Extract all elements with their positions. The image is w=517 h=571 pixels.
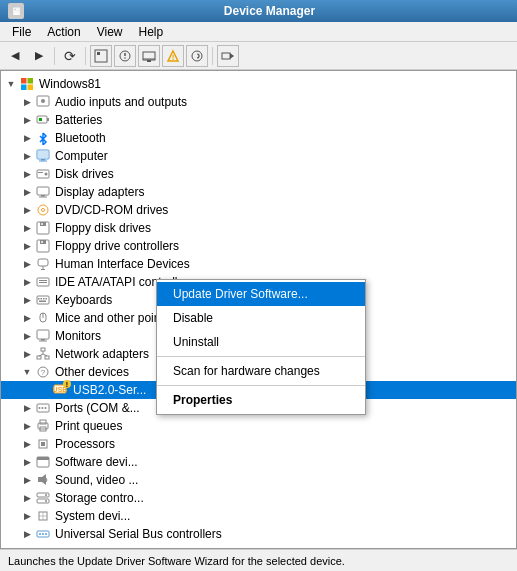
- label-storage: Storage contro...: [55, 491, 512, 505]
- svg-rect-39: [41, 241, 43, 243]
- expand-other[interactable]: [19, 364, 35, 380]
- icon-print: [35, 418, 51, 434]
- label-dvd: DVD/CD-ROM drives: [55, 203, 512, 217]
- expand-ports[interactable]: [19, 400, 35, 416]
- tb-refresh[interactable]: ⟳: [59, 45, 81, 67]
- svg-rect-56: [39, 341, 47, 342]
- label-audio: Audio inputs and outputs: [55, 95, 512, 109]
- icon-network: [35, 346, 51, 362]
- svg-rect-24: [41, 159, 45, 161]
- tb-btn4[interactable]: !: [162, 45, 184, 67]
- expand-batteries[interactable]: [19, 112, 35, 128]
- icon-batteries: [35, 112, 51, 128]
- icon-hid: [35, 256, 51, 272]
- tb-btn1[interactable]: [90, 45, 112, 67]
- tree-item-floppy[interactable]: Floppy disk drives: [1, 219, 516, 237]
- tb-btn6[interactable]: [217, 45, 239, 67]
- svg-rect-1: [97, 52, 100, 55]
- expand-diskdrives[interactable]: [19, 166, 35, 182]
- svg-rect-49: [43, 298, 45, 300]
- svg-rect-75: [41, 442, 45, 446]
- expand-dvd[interactable]: [19, 202, 35, 218]
- expand-storage[interactable]: [19, 490, 35, 506]
- tree-item-floppyctrl[interactable]: Floppy drive controllers: [1, 237, 516, 255]
- tree-item-diskdrives[interactable]: Disk drives: [1, 165, 516, 183]
- expand-floppyctrl[interactable]: [19, 238, 35, 254]
- tree-item-print[interactable]: Print queues: [1, 417, 516, 435]
- svg-rect-48: [41, 298, 43, 300]
- tree-item-windows81[interactable]: Windows81: [1, 75, 516, 93]
- expand-ide[interactable]: [19, 274, 35, 290]
- icon-processors: [35, 436, 51, 452]
- status-text: Launches the Update Driver Software Wiza…: [8, 555, 345, 567]
- ctx-uninstall[interactable]: Uninstall: [157, 330, 365, 354]
- tree-item-dvd[interactable]: DVD/CD-ROM drives: [1, 201, 516, 219]
- svg-rect-40: [38, 259, 48, 266]
- title-bar: 🖥 Device Manager: [0, 0, 517, 22]
- expand-hid[interactable]: [19, 256, 35, 272]
- label-system: System devi...: [55, 509, 512, 523]
- ctx-scan[interactable]: Scan for hardware changes: [157, 359, 365, 383]
- expand-windows81[interactable]: [3, 76, 19, 92]
- expand-keyboards[interactable]: [19, 292, 35, 308]
- ctx-sep2: [157, 385, 365, 386]
- ctx-sep1: [157, 356, 365, 357]
- tree-item-storage[interactable]: Storage contro...: [1, 489, 516, 507]
- svg-rect-28: [38, 172, 43, 173]
- svg-rect-23: [38, 151, 48, 158]
- tree-item-usb[interactable]: Universal Serial Bus controllers: [1, 525, 516, 543]
- tb-forward[interactable]: ▶: [28, 45, 50, 67]
- expand-computer[interactable]: [19, 148, 35, 164]
- expand-display[interactable]: [19, 184, 35, 200]
- expand-floppy[interactable]: [19, 220, 35, 236]
- menu-view[interactable]: View: [89, 23, 131, 41]
- tree-item-system[interactable]: System devi...: [1, 507, 516, 525]
- expand-software[interactable]: [19, 454, 35, 470]
- tb-btn3[interactable]: [138, 45, 160, 67]
- tb-sep2: [85, 47, 86, 65]
- ctx-disable[interactable]: Disable: [157, 306, 365, 330]
- svg-point-83: [45, 500, 47, 502]
- tree-item-display[interactable]: Display adapters: [1, 183, 516, 201]
- ctx-properties[interactable]: Properties: [157, 388, 365, 412]
- svg-point-88: [39, 533, 41, 535]
- tree-item-software[interactable]: Software devi...: [1, 453, 516, 471]
- expand-network[interactable]: [19, 346, 35, 362]
- tree-item-sound[interactable]: Sound, video ...: [1, 471, 516, 489]
- menu-help[interactable]: Help: [131, 23, 172, 41]
- tree-item-audio[interactable]: Audio inputs and outputs: [1, 93, 516, 111]
- tree-item-bluetooth[interactable]: Bluetooth: [1, 129, 516, 147]
- ctx-update-driver[interactable]: Update Driver Software...: [157, 282, 365, 306]
- icon-bluetooth: [35, 130, 51, 146]
- label-bluetooth: Bluetooth: [55, 131, 512, 145]
- tb-btn5[interactable]: [186, 45, 208, 67]
- expand-usb[interactable]: [19, 526, 35, 542]
- label-software: Software devi...: [55, 455, 512, 469]
- icon-storage: [35, 490, 51, 506]
- svg-marker-12: [230, 53, 234, 59]
- expand-system[interactable]: [19, 508, 35, 524]
- expand-audio[interactable]: [19, 94, 35, 110]
- tb-btn2[interactable]: [114, 45, 136, 67]
- tree-item-processors[interactable]: Processors: [1, 435, 516, 453]
- expand-mice[interactable]: [19, 310, 35, 326]
- label-print: Print queues: [55, 419, 512, 433]
- tb-back[interactable]: ◀: [4, 45, 26, 67]
- tree-item-hid[interactable]: Human Interface Devices: [1, 255, 516, 273]
- tree-item-batteries[interactable]: Batteries: [1, 111, 516, 129]
- menu-file[interactable]: File: [4, 23, 39, 41]
- svg-point-82: [45, 494, 47, 496]
- expand-monitors[interactable]: [19, 328, 35, 344]
- expand-bluetooth[interactable]: [19, 130, 35, 146]
- expand-print[interactable]: [19, 418, 35, 434]
- label-processors: Processors: [55, 437, 512, 451]
- icon-ports: [35, 400, 51, 416]
- icon-other: ?: [35, 364, 51, 380]
- icon-keyboards: [35, 292, 51, 308]
- svg-rect-50: [46, 298, 48, 300]
- menu-action[interactable]: Action: [39, 23, 88, 41]
- svg-rect-11: [222, 53, 230, 59]
- expand-processors[interactable]: [19, 436, 35, 452]
- tree-item-computer[interactable]: Computer: [1, 147, 516, 165]
- expand-sound[interactable]: [19, 472, 35, 488]
